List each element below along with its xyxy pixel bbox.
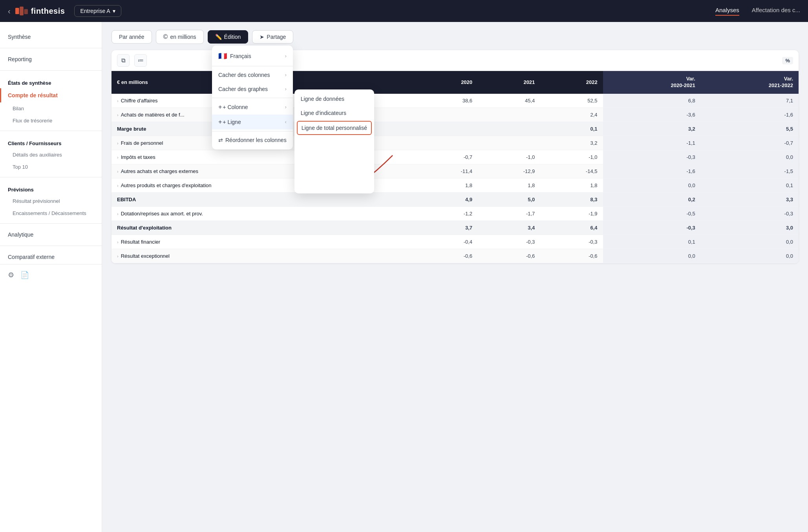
table-cell-value: 1,8: [540, 178, 603, 192]
main-layout: Synthèse Reporting États de synthèse Com…: [0, 22, 808, 532]
dropdown-item-colonne[interactable]: + + Colonne ›: [212, 100, 293, 115]
sidebar-item-flux[interactable]: Flux de trésorerie: [0, 115, 102, 127]
table-cell-value: -0,4: [415, 235, 478, 249]
toolbar: Par année © en millions ✏️ Édition ➤ Par…: [112, 30, 799, 44]
sidebar-item-bilan[interactable]: Bilan: [0, 102, 102, 115]
settings-icon[interactable]: ⚙: [8, 271, 14, 279]
table-cell-value: 0,0: [701, 249, 799, 263]
table-cell-value: -1,0: [540, 150, 603, 164]
table-cell-value: [415, 107, 478, 122]
nav-link-analyses[interactable]: Analyses: [715, 7, 739, 16]
sidebar-group-previsions: Prévisions: [0, 181, 102, 195]
dropdown-menu-main: 🇫🇷 Français › Cacher des colonnes › Cach…: [212, 46, 293, 149]
table-cell-value: 5,5: [701, 122, 799, 136]
dropdown-item-reordonner[interactable]: ⇄ Réordonner les colonnes: [212, 133, 293, 147]
table-cell-value: -0,3: [701, 206, 799, 220]
sidebar-item-reporting[interactable]: Reporting: [0, 52, 102, 66]
table-cell-value: -12,9: [478, 164, 540, 178]
sidebar-bottom: ⚙ 📄: [0, 264, 102, 286]
table-cell-value: [478, 122, 540, 136]
edition-label: Édition: [224, 34, 241, 40]
plus-icon-2: +: [218, 118, 222, 126]
table-cell-value: -0,3: [603, 150, 701, 164]
dropdown-submenu-ligne: Ligne de données Ligne d'indicateurs Lig…: [294, 89, 374, 193]
sidebar-group-etats: États de synthèse: [0, 75, 102, 88]
dropdown-item-cacher-colonnes[interactable]: Cacher des colonnes ›: [212, 68, 293, 82]
expand-icon[interactable]: ›: [117, 155, 119, 160]
company-name: Entreprise A: [80, 8, 110, 14]
table-cell-value: 3,0: [701, 220, 799, 235]
sub-item-ligne-donnees[interactable]: Ligne de données: [294, 92, 374, 106]
nav-link-affectation[interactable]: Affectation des c...: [752, 7, 800, 16]
dropdown-item-langue[interactable]: 🇫🇷 Français ›: [212, 48, 293, 64]
top-nav-links: Analyses Affectation des c...: [715, 7, 800, 16]
table-cell-value: 0,0: [701, 235, 799, 249]
table-cell-label: EBITDA: [112, 192, 415, 206]
top-navigation: ‹ finthesis Entreprise A ▾ Analyses Affe…: [0, 0, 808, 22]
dropdown-item-ligne[interactable]: + + Ligne ‹: [212, 115, 293, 129]
content-area: Par année © en millions ✏️ Édition ➤ Par…: [102, 22, 808, 532]
chevron-right-icon-2: ›: [285, 72, 287, 78]
par-annee-button[interactable]: Par année: [112, 30, 152, 44]
sidebar-item-synthese[interactable]: Synthèse: [0, 30, 102, 44]
cacher-colonnes-label: Cacher des colonnes: [218, 72, 270, 78]
table-cell-value: 0,0: [603, 249, 701, 263]
svg-rect-0: [15, 8, 19, 14]
expand-icon[interactable]: ›: [117, 141, 119, 146]
chevron-right-icon: ›: [285, 53, 287, 59]
svg-rect-2: [24, 9, 28, 14]
par-annee-label: Par année: [119, 34, 144, 40]
sub-item-ligne-total[interactable]: Ligne de total personnalisé: [297, 121, 372, 135]
table-cell-value: -1,6: [603, 164, 701, 178]
sidebar-item-previsionnel[interactable]: Résultat prévisionnel: [0, 195, 102, 207]
col-header-2021: 2021: [478, 71, 540, 94]
sub-item-ligne-indicateurs[interactable]: Ligne d'indicateurs: [294, 106, 374, 120]
document-icon[interactable]: 📄: [20, 271, 29, 279]
table-cell-value: 4,9: [415, 192, 478, 206]
table-cell-value: 3,4: [478, 220, 540, 235]
sidebar-item-encaissements[interactable]: Encaissements / Décaissements: [0, 207, 102, 219]
edition-dropdown: 🇫🇷 Français › Cacher des colonnes › Cach…: [212, 46, 374, 149]
sidebar-item-comparatif[interactable]: Comparatif externe: [0, 250, 102, 264]
back-button[interactable]: ‹: [8, 7, 11, 16]
expand-icon[interactable]: ›: [117, 183, 119, 188]
table-cell-value: -0,3: [603, 220, 701, 235]
partage-label: Partage: [267, 34, 286, 40]
en-millions-button[interactable]: © en millions: [156, 30, 204, 44]
expand-icon[interactable]: ›: [117, 240, 119, 244]
edit-icon: ✏️: [215, 34, 222, 40]
sidebar-item-compte-resultat[interactable]: Compte de résultat: [0, 88, 102, 102]
table-cell-value: -1,1: [603, 136, 701, 150]
partage-button[interactable]: ➤ Partage: [252, 30, 293, 44]
edition-button[interactable]: ✏️ Édition: [208, 30, 249, 44]
sidebar-group-clients: Clients / Fournisseurs: [0, 135, 102, 149]
sort-icon-button[interactable]: ≔: [134, 54, 147, 67]
sidebar-item-top10[interactable]: Top 10: [0, 161, 102, 173]
expand-icon[interactable]: ›: [117, 98, 119, 103]
copy-icon-button[interactable]: ⧉: [117, 54, 130, 67]
expand-icon[interactable]: ›: [117, 254, 119, 259]
ligne-label: + + Ligne: [218, 118, 241, 126]
ligne-indicateurs-label: Ligne d'indicateurs: [301, 110, 346, 116]
table-cell-value: -1,2: [415, 206, 478, 220]
sidebar-item-analytique[interactable]: Analytique: [0, 228, 102, 242]
table-cell-value: 6,4: [540, 220, 603, 235]
company-selector[interactable]: Entreprise A ▾: [74, 5, 121, 17]
cacher-graphes-label: Cacher des graphes: [218, 86, 268, 92]
table-cell-value: 0,0: [701, 150, 799, 164]
ligne-total-label: Ligne de total personnalisé: [302, 125, 367, 131]
table-cell-label: Résultat d'exploitation: [112, 220, 415, 235]
table-cell-label: ›Dotation/reprises aux amort. et prov.: [112, 206, 415, 220]
share-icon: ➤: [260, 34, 264, 40]
table-cell-value: -0,6: [540, 249, 603, 263]
col-header-2022: 2022: [540, 71, 603, 94]
dropdown-item-cacher-graphes[interactable]: Cacher des graphes ›: [212, 82, 293, 96]
table-cell-value: -0,6: [478, 249, 540, 263]
expand-icon[interactable]: ›: [117, 211, 119, 216]
expand-icon[interactable]: ›: [117, 113, 119, 117]
sidebar-item-auxiliaires[interactable]: Détails des auxiliaires: [0, 149, 102, 161]
table-cell-value: 6,8: [603, 94, 701, 108]
table-cell-value: 0,1: [540, 122, 603, 136]
expand-icon[interactable]: ›: [117, 169, 119, 174]
table-cell-value: 0,0: [603, 178, 701, 192]
